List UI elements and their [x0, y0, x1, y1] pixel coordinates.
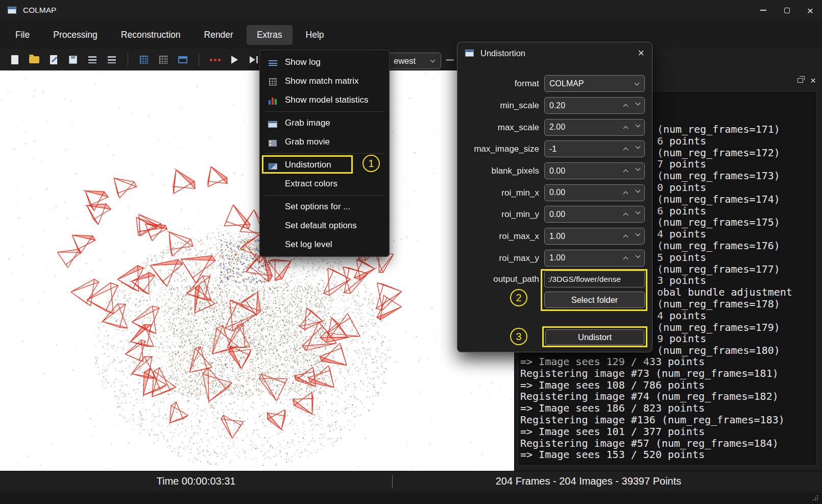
spin-up-icon[interactable]: [622, 255, 629, 261]
menu-render[interactable]: Render: [194, 25, 244, 45]
menu-item-show-model-statistics[interactable]: Show model statistics: [260, 90, 389, 109]
spin-down-icon[interactable]: [634, 103, 641, 108]
menu-reconstruction[interactable]: Reconstruction: [111, 25, 191, 45]
model-viewport[interactable]: [0, 70, 514, 471]
log-line: 9 points: [657, 333, 792, 345]
menu-item-set-log-level[interactable]: Set log level: [260, 235, 389, 254]
spin-up-icon[interactable]: [622, 211, 629, 217]
log-line: 6 points: [657, 205, 792, 217]
menu-separator: [265, 111, 384, 112]
menu-item-set-options-for[interactable]: Set options for ...: [260, 197, 389, 216]
maximize-button[interactable]: [775, 0, 799, 20]
menu-help[interactable]: Help: [296, 25, 334, 45]
spinbox[interactable]: 0.00: [544, 184, 645, 201]
feature-matching-button[interactable]: [156, 52, 171, 67]
format-value: COLMAP: [549, 79, 633, 88]
spin-up-icon[interactable]: [622, 146, 629, 152]
spinbox[interactable]: 0.00: [544, 206, 645, 223]
close-button[interactable]: ×: [799, 0, 822, 20]
render-settings-button[interactable]: [442, 52, 457, 67]
spin-value: 0.00: [549, 210, 622, 219]
menu-separator: [265, 195, 384, 196]
menu-item-label: Undistortion: [285, 160, 331, 170]
spin-up-icon[interactable]: [622, 103, 629, 108]
output-path-input[interactable]: [544, 271, 645, 287]
float-panel-icon[interactable]: [797, 78, 803, 83]
log-panel-header: ×: [797, 76, 816, 85]
match-matrix-icon: [267, 77, 278, 86]
spin-down-icon[interactable]: [634, 190, 641, 196]
format-combobox[interactable]: COLMAP: [544, 75, 645, 92]
resize-grip-icon[interactable]: [813, 495, 819, 501]
menu-item-label: Set default options: [285, 221, 357, 231]
save-project-button[interactable]: [65, 52, 81, 67]
log-line: => Image sees 153 / 520 points: [520, 449, 785, 461]
menu-item-show-log[interactable]: Show log: [260, 53, 389, 71]
menu-item-extract-colors[interactable]: Extract colors: [260, 174, 389, 193]
spin-down-icon[interactable]: [634, 125, 641, 130]
spin-up-icon[interactable]: [622, 168, 629, 174]
spinbox[interactable]: 2.00: [544, 119, 645, 136]
spin-up-icon[interactable]: [622, 190, 629, 196]
spin-up-icon[interactable]: [622, 125, 629, 130]
field-label: max_image_size: [457, 140, 539, 157]
dialog-close-button[interactable]: ×: [638, 47, 644, 59]
skip-end-icon: [250, 56, 258, 63]
grab-image-icon: [267, 118, 278, 128]
feature-extraction-button[interactable]: [136, 52, 152, 67]
spinbox[interactable]: -1: [544, 140, 645, 157]
spin-value: 0.20: [549, 101, 622, 110]
spin-down-icon[interactable]: [634, 255, 641, 261]
dialog-title-bar: Undistortion ×: [457, 42, 652, 64]
spin-down-icon[interactable]: [634, 211, 641, 217]
reconstruction-options-button[interactable]: [207, 52, 223, 67]
dialog-spin-row: blank_pixels 0.00: [457, 162, 652, 179]
grab-movie-icon: [267, 137, 278, 147]
minimize-button[interactable]: [752, 0, 775, 20]
database-button[interactable]: [175, 52, 190, 67]
format-row: format COLMAP: [457, 75, 652, 92]
import-model-button[interactable]: [85, 52, 100, 67]
annotation-step-2: 2: [510, 289, 527, 306]
menu-item-set-default-options[interactable]: Set default options: [260, 216, 389, 235]
spinbox[interactable]: 1.00: [544, 250, 645, 267]
spin-value: 0.00: [549, 166, 622, 176]
red-dots-icon: [210, 59, 212, 61]
export-model-button[interactable]: [104, 52, 119, 67]
spinbox[interactable]: 1.00: [544, 228, 645, 245]
dropdown-value: ewest: [394, 56, 416, 66]
toolbar-separator: [199, 53, 199, 66]
select-folder-button[interactable]: Select folder: [544, 292, 645, 308]
menu-item-grab-image[interactable]: Grab image: [260, 113, 389, 132]
spin-down-icon[interactable]: [634, 233, 641, 239]
field-label: roi_min_x: [457, 184, 539, 201]
menu-extras[interactable]: Extras: [247, 25, 293, 45]
edit-project-button[interactable]: [46, 52, 61, 67]
dialog-icon: [465, 50, 474, 57]
status-model-stats: 204 Frames - 204 Images - 39397 Points: [393, 475, 784, 487]
spin-down-icon[interactable]: [634, 168, 641, 174]
close-panel-icon[interactable]: ×: [810, 76, 816, 85]
undistort-button[interactable]: Undistort: [545, 329, 644, 345]
open-project-button[interactable]: [27, 52, 42, 67]
menu-processing[interactable]: Processing: [43, 25, 108, 45]
log-line: => Image sees 108 / 786 points: [520, 379, 785, 391]
log-line: (num_reg_frames=172): [657, 147, 792, 159]
spinbox[interactable]: 0.00: [544, 162, 645, 179]
spin-down-icon[interactable]: [634, 146, 641, 152]
start-reconstruction-button[interactable]: [227, 52, 242, 67]
field-label: max_scale: [457, 119, 539, 136]
spinbox[interactable]: 0.20: [544, 97, 645, 114]
new-project-button[interactable]: [7, 52, 22, 67]
log-line: obal bundle adjustment: [657, 286, 792, 298]
menu-file[interactable]: File: [5, 25, 40, 45]
maximize-icon: [784, 8, 790, 13]
viewport-canvas[interactable]: [0, 70, 514, 471]
chevron-down-icon: [429, 60, 436, 62]
menu-item-grab-movie[interactable]: Grab movie: [260, 132, 389, 151]
no-icon: [267, 202, 278, 211]
bottom-strip: [0, 491, 822, 504]
spin-up-icon[interactable]: [622, 233, 629, 239]
menu-item-show-match-matrix[interactable]: Show match matrix: [260, 71, 389, 90]
menu-item-label: Set log level: [285, 239, 332, 250]
